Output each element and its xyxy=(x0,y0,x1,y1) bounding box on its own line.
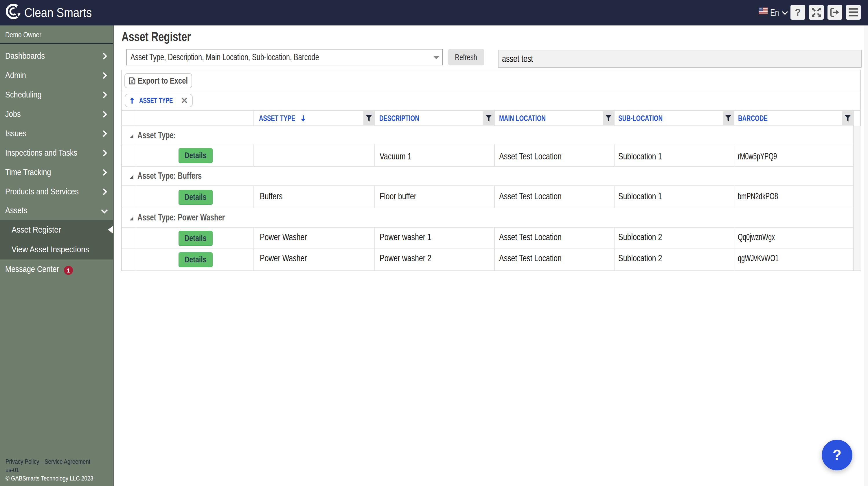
svg-text:x: x xyxy=(131,79,133,84)
